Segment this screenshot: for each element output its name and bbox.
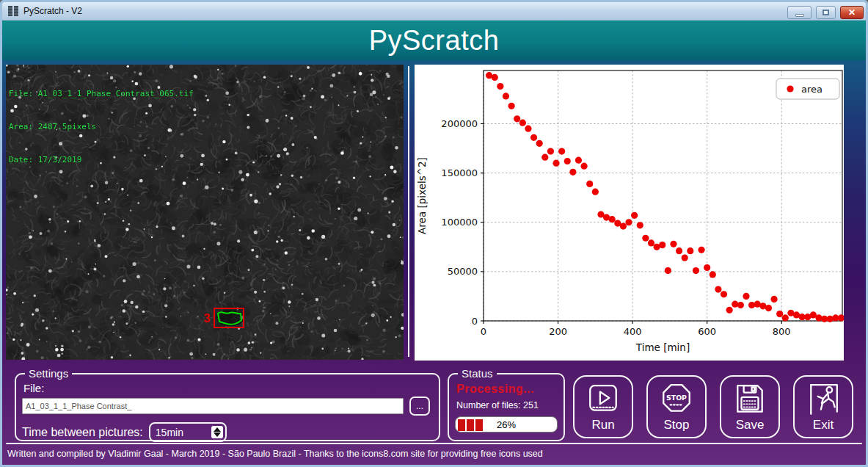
- run-label: Run: [591, 418, 614, 432]
- app-title: PyScratch: [369, 25, 500, 57]
- settings-group: Settings File: ... Time between pictures…: [15, 367, 440, 441]
- area-plot-panel: 0200400600800050000100000150000200000Tim…: [415, 65, 844, 361]
- svg-text:400: 400: [624, 326, 642, 337]
- stepper-arrows-icon[interactable]: [211, 426, 223, 438]
- svg-text:area: area: [801, 84, 823, 95]
- save-label: Save: [736, 418, 765, 432]
- area-vs-time-chart: 0200400600800050000100000150000200000Tim…: [415, 65, 844, 361]
- svg-text:800: 800: [773, 326, 791, 337]
- status-legend: Status: [458, 367, 497, 380]
- file-input[interactable]: [22, 398, 404, 414]
- microscopy-image-panel: File: A1_03_1_1_Phase Contrast_065.tif A…: [6, 65, 404, 360]
- app-icon: [8, 6, 18, 16]
- svg-text:600: 600: [698, 326, 716, 337]
- progress-bar: 26%: [455, 416, 558, 432]
- maximize-button[interactable]: [816, 6, 836, 19]
- region-label: 3: [204, 312, 211, 325]
- progress-percent: 26%: [456, 417, 557, 432]
- title-bar[interactable]: PyScratch - V2 ✕: [2, 2, 866, 21]
- interval-label: Time between pictures:: [22, 426, 143, 439]
- svg-text:50000: 50000: [448, 266, 478, 277]
- save-button[interactable]: Save: [720, 375, 780, 438]
- interval-stepper[interactable]: 15min: [149, 422, 227, 442]
- close-icon: ✕: [848, 7, 856, 18]
- settings-legend: Settings: [25, 367, 72, 380]
- floppy-icon: [732, 383, 767, 416]
- overlay-area-line: Area: 2487.5pixels: [9, 121, 194, 132]
- maximize-icon: [823, 10, 829, 15]
- minimize-icon: [795, 14, 804, 17]
- stop-button[interactable]: STOP Stop: [646, 375, 707, 438]
- processing-status: Processing...: [456, 383, 558, 396]
- window-title: PyScratch - V2: [23, 6, 82, 16]
- status-group: Status Processing... Number of files: 25…: [448, 367, 565, 441]
- svg-text:0: 0: [481, 326, 486, 337]
- detected-contour: [218, 312, 241, 325]
- svg-text:Time [min]: Time [min]: [635, 341, 690, 353]
- close-button[interactable]: ✕: [840, 6, 864, 19]
- svg-text:STOP: STOP: [666, 394, 687, 402]
- scratch-region-annotation: 3: [203, 304, 254, 333]
- panel-divider: [408, 66, 409, 357]
- exit-button[interactable]: Exit: [793, 375, 853, 438]
- image-overlay-text: File: A1_03_1_1_Phase Contrast_065.tif A…: [9, 66, 194, 187]
- play-icon: [586, 383, 621, 416]
- file-label: File:: [23, 382, 433, 394]
- run-button[interactable]: Run: [573, 375, 633, 438]
- minimize-button[interactable]: [787, 6, 812, 19]
- browse-button[interactable]: ...: [409, 397, 430, 416]
- svg-text:200: 200: [549, 326, 567, 337]
- svg-text:Area [pixels^2]: Area [pixels^2]: [416, 157, 428, 234]
- stop-icon: STOP: [659, 383, 694, 416]
- app-window: PyScratch - V2 ✕ PyScratch File: A1_03_1…: [0, 0, 868, 467]
- stop-label: Stop: [664, 418, 690, 432]
- svg-text:150000: 150000: [441, 167, 478, 178]
- exit-label: Exit: [813, 418, 834, 432]
- arrow-up-icon[interactable]: [214, 427, 221, 432]
- svg-text:200000: 200000: [441, 118, 478, 129]
- overlay-file-line: File: A1_03_1_1_Phase Contrast_065.tif: [9, 88, 194, 99]
- exit-icon: [806, 383, 841, 416]
- app-header: PyScratch: [2, 21, 866, 60]
- overlay-date-line: Date: 17/3/2019: [9, 154, 194, 165]
- arrow-down-icon[interactable]: [214, 432, 221, 437]
- file-count: Number of files: 251: [456, 400, 558, 410]
- svg-text:100000: 100000: [441, 217, 478, 228]
- svg-text:0: 0: [472, 316, 478, 327]
- footer-credit: Written and compiled by Vladimir Gaal - …: [7, 449, 543, 459]
- interval-value: 15min: [150, 427, 183, 438]
- footer-divider: [6, 443, 862, 444]
